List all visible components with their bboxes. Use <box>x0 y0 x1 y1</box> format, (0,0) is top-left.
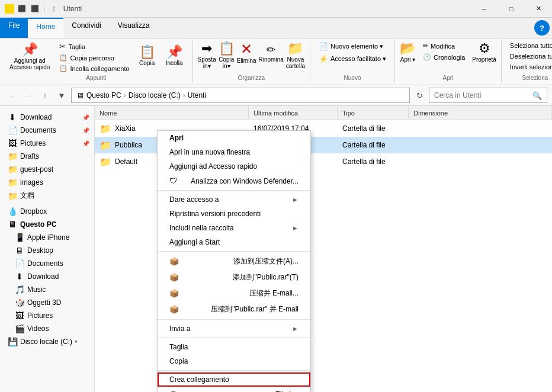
oggetti3d-icon: 🎲 <box>14 298 25 307</box>
help-button[interactable]: ? <box>534 20 550 36</box>
xiaxia-type: Cartella di file <box>338 124 409 133</box>
addressbar: ← → ↑ ▼ 🖥 Questo PC › Disco locale (C:) … <box>0 85 552 106</box>
aggiungi-accesso-button[interactable]: 📌 Aggiungi adAccesso rapido <box>5 41 54 73</box>
sidebar-item-images[interactable]: 📁 images <box>0 176 94 189</box>
search-box[interactable]: 🔍 <box>429 88 547 103</box>
incolla-collegamento-button[interactable]: 📋 Incolla collegamento <box>56 63 133 73</box>
col-nome[interactable]: Nome <box>95 106 249 120</box>
col-type[interactable]: Tipo <box>338 106 409 120</box>
breadcrumb[interactable]: 🖥 Questo PC › Disco locale (C:) › Utenti <box>71 88 410 103</box>
sposta-button[interactable]: Spostain▾ <box>198 56 216 69</box>
questopc-label: Questo PC <box>20 220 56 229</box>
close-button[interactable]: ✕ <box>525 0 552 18</box>
dropbox-label: Dropbox <box>20 207 47 216</box>
taglia-button[interactable]: ✂ Taglia <box>56 41 133 52</box>
nuovo-elemento-button[interactable]: 📄 Nuovo elemento ▾ <box>315 41 387 52</box>
elimina-button[interactable]: Elimina <box>237 57 256 64</box>
sidebar-item-documents2[interactable]: 📄 Documents <box>0 257 94 270</box>
proprieta-button[interactable]: Proprietà <box>472 56 496 63</box>
sidebar-item-videos[interactable]: 🎬 Videos <box>0 322 94 335</box>
copia-percorso-button[interactable]: 📋 Copia percorso <box>56 53 133 63</box>
organizza-buttons: ➡ Spostain▾ 📋 Copiain▾ ✕ Elimina ✏ Rinom… <box>198 41 305 73</box>
ctx-comprimi-rar-email[interactable]: 📦压缩到"Public.rar" 并 E-mail <box>158 301 310 317</box>
seleziona-group-label: Seleziona <box>522 75 548 82</box>
up-button[interactable]: ↑ <box>38 88 52 102</box>
ctx-sep3 <box>158 319 310 320</box>
tab-visualizza[interactable]: Visualizza <box>110 18 158 38</box>
deseleziona-tutto-button[interactable]: Deseleziona tutto <box>506 52 552 61</box>
iphone-label: Apple iPhone <box>27 233 69 242</box>
tab-condividi[interactable]: Condividi <box>63 18 109 38</box>
sidebar-item-oggetti3d[interactable]: 🎲 Oggetti 3D <box>0 296 94 309</box>
sidebar-item-dropbox[interactable]: 💧 Dropbox <box>0 205 94 218</box>
sidebar-item-disco[interactable]: 💾 Disco locale (C:) ▾ <box>0 335 94 348</box>
pictures-label: Pictures <box>20 139 46 147</box>
sidebar-item-documents[interactable]: 📄 Documents 📌 <box>0 124 94 137</box>
recent-locations-button[interactable]: ▼ <box>54 88 69 102</box>
sidebar-item-iphone[interactable]: 📱 Apple iPhone <box>0 231 94 244</box>
ctx-apri-nuova-finestra[interactable]: Apri in una nuova finestra <box>158 145 310 159</box>
guestpost-label: guest-post <box>20 165 53 173</box>
nuova-cartella-button[interactable]: Nuovacartella <box>286 56 305 69</box>
accesso-facilitato-button[interactable]: ⚡ Accesso facilitato ▾ <box>315 53 390 65</box>
minimize-button[interactable]: ─ <box>470 0 498 18</box>
incolla-button[interactable]: 📌 Incolla <box>161 43 188 68</box>
seleziona-tutto-button[interactable]: Seleziona tutto <box>506 41 552 50</box>
sidebar-item-drafts[interactable]: 📁 Drafts <box>0 150 94 163</box>
ctx-crea-collegamento[interactable]: Crea collegamento <box>158 372 310 387</box>
modifica-button[interactable]: ✏Modifica <box>419 41 468 51</box>
ctx-windows-defender[interactable]: 🛡Analizza con Windows Defender... <box>158 173 310 188</box>
drafts-icon: 📁 <box>7 152 18 161</box>
copia-button[interactable]: 📋 Copia <box>134 43 160 68</box>
ctx-copia[interactable]: Copia <box>158 354 310 368</box>
ctx-includi-raccolta[interactable]: Includi nella raccolta ► <box>158 221 310 235</box>
inverti-label: Inverti selezione <box>510 63 552 70</box>
ctx-apri[interactable]: Apri <box>158 131 310 145</box>
forward-button[interactable]: → <box>21 88 36 102</box>
inverti-selezione-button[interactable]: Inverti selezione <box>506 62 552 72</box>
col-size[interactable]: Dimensione <box>409 106 552 120</box>
rinomina-button[interactable]: Rinomina <box>259 56 284 63</box>
sidebar-item-pictures2[interactable]: 🖼 Pictures <box>0 309 94 322</box>
tab-home[interactable]: Home <box>28 18 63 38</box>
ctx-comprimi-email[interactable]: 📦压缩并 E-mail... <box>158 285 310 301</box>
trash-icon: 🗑 <box>169 390 177 392</box>
ctx-elimina[interactable]: 🗑Elimina <box>158 387 310 392</box>
ctx-ripristina[interactable]: Ripristina versioni precedenti <box>158 207 310 221</box>
appunti-buttons: 📌 Aggiungi adAccesso rapido ✂ Taglia 📋 C… <box>5 41 188 73</box>
search-input[interactable] <box>434 91 530 99</box>
images-icon: 📁 <box>7 178 18 187</box>
cronologia-button[interactable]: 🕐Cronologia <box>419 52 468 62</box>
ctx-aggiungi-zip[interactable]: 📦添加到压缩文件(A)... <box>158 253 310 269</box>
dropbox-icon: 💧 <box>7 207 18 216</box>
ctx-taglia[interactable]: Taglia <box>158 340 310 354</box>
sidebar-item-wendang[interactable]: 📁 文档 <box>0 189 94 203</box>
zip-icon4: 📦 <box>169 305 179 314</box>
deseleziona-tutto-label: Deseleziona tutto <box>510 53 552 60</box>
ctx-aggiungi-rar[interactable]: 📦添加到"Public.rar"(T) <box>158 269 310 285</box>
ctx-aggiungi-start[interactable]: Aggiungi a Start <box>158 235 310 249</box>
sidebar-item-music[interactable]: 🎵 Music <box>0 283 94 296</box>
back-button[interactable]: ← <box>5 88 19 102</box>
wendang-label: 文档 <box>20 191 34 201</box>
copia-in-button[interactable]: Copiain▾ <box>219 56 234 69</box>
sidebar-item-download2[interactable]: ⬇ Download <box>0 270 94 283</box>
nuovo-buttons: 📄 Nuovo elemento ▾ ⚡ Accesso facilitato … <box>315 41 390 73</box>
maximize-button[interactable]: □ <box>498 0 525 18</box>
sidebar-item-download[interactable]: ⬇ Download 📌 <box>0 111 94 124</box>
apri-button[interactable]: Apri ▾ <box>400 56 416 63</box>
ctx-dare-accesso[interactable]: Dare accesso a ► <box>158 192 310 207</box>
ribbon-group-seleziona: Seleziona tutto Deseleziona tutto Invert… <box>502 41 552 82</box>
refresh-button[interactable]: ↻ <box>412 88 426 102</box>
sidebar-item-questopc[interactable]: 🖥 Questo PC <box>0 218 94 231</box>
tab-file[interactable]: File <box>0 18 28 38</box>
ribbon-content: 📌 Aggiungi adAccesso rapido ✂ Taglia 📋 C… <box>0 38 552 85</box>
ctx-invia-a[interactable]: Invia a ► <box>158 322 310 336</box>
sidebar-item-pictures[interactable]: 🖼 Pictures 📌 <box>0 137 94 150</box>
sidebar-item-desktop[interactable]: 🖥 Desktop <box>0 244 94 257</box>
iphone-icon: 📱 <box>14 233 25 242</box>
download2-label: Download <box>27 272 59 281</box>
ctx-aggiungi-accesso[interactable]: Aggiungi ad Accesso rapido <box>158 159 310 173</box>
col-date[interactable]: Ultima modifica <box>249 106 338 120</box>
sidebar-item-guestpost[interactable]: 📁 guest-post <box>0 163 94 176</box>
